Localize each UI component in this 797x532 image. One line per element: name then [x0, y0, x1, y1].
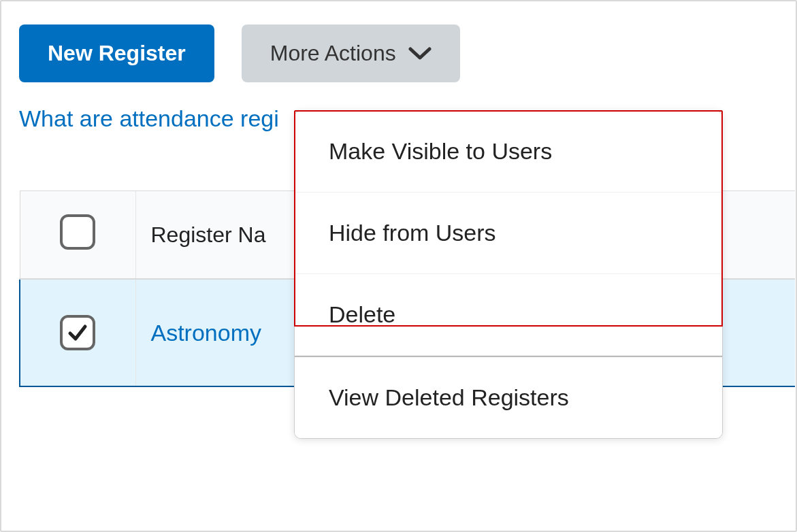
- toolbar: New Register More Actions: [1, 1, 796, 82]
- more-actions-button[interactable]: More Actions: [242, 24, 460, 82]
- more-actions-menu: Make Visible to Users Hide from Users De…: [294, 110, 723, 439]
- row-checkbox-cell: [20, 279, 135, 386]
- chevron-down-icon: [408, 41, 432, 66]
- menu-hide-from-users[interactable]: Hide from Users: [295, 193, 722, 274]
- register-link[interactable]: Astronomy: [151, 320, 262, 346]
- select-all-checkbox[interactable]: [60, 214, 95, 250]
- menu-view-deleted[interactable]: View Deleted Registers: [295, 356, 722, 438]
- select-all-header: [20, 191, 135, 280]
- new-register-button[interactable]: New Register: [19, 24, 214, 82]
- more-actions-label: More Actions: [270, 41, 396, 66]
- menu-delete[interactable]: Delete: [295, 274, 722, 356]
- row-checkbox[interactable]: [60, 315, 95, 350]
- menu-make-visible[interactable]: Make Visible to Users: [295, 111, 722, 193]
